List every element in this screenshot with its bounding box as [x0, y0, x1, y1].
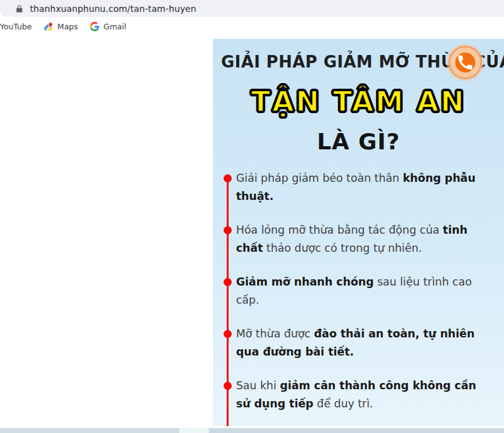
url-text[interactable]: thanhxuanphunu.com/tan-tam-huyen — [30, 4, 196, 14]
list-item: Mỡ thừa được đào thải an toàn, tự nhiên … — [224, 325, 492, 361]
google-g-icon — [90, 22, 99, 31]
bookmark-youtube[interactable]: YouTube — [0, 20, 32, 34]
bookmark-label: Maps — [57, 22, 78, 31]
bookmark-maps[interactable]: Maps — [44, 20, 78, 34]
bookmark-label: Gmail — [104, 22, 126, 31]
call-button[interactable] — [450, 47, 480, 77]
address-bar[interactable]: thanhxuanphunu.com/tan-tam-huyen — [0, 0, 504, 17]
google-maps-icon — [44, 22, 53, 31]
list-item: Sau khi giảm cân thành công không cần sử… — [224, 377, 492, 413]
list-item: Giải pháp giảm béo toàn thân không phẫu … — [224, 169, 492, 206]
bookmarks-bar: YouTube Maps — [0, 17, 504, 36]
phone-icon — [456, 53, 475, 72]
browser-window: thanhxuanphunu.com/tan-tam-huyen YouTube… — [0, 0, 504, 433]
benefit-list: Giải pháp giảm béo toàn thân không phẫu … — [224, 169, 492, 426]
list-item: Giảm mỡ nhanh chóng sau liệu trình cao c… — [224, 273, 492, 309]
lock-icon[interactable] — [15, 4, 24, 13]
section-heading-bottom: LÀ GÌ? — [213, 129, 504, 155]
list-item: Hóa lỏng mỡ thừa bằng tác động của tinh … — [224, 221, 492, 257]
next-section-edge-right — [209, 428, 504, 433]
next-section-edge-mid — [179, 428, 209, 433]
bookmark-gmail[interactable]: Gmail — [90, 20, 126, 34]
next-section-edge-left — [0, 428, 179, 433]
content-panel: GIẢI PHÁP GIẢM MỠ THỪA CỦA TẬN TÂM AN LÀ… — [213, 39, 504, 426]
bookmark-label: YouTube — [0, 22, 32, 31]
brand-name-heading: TẬN TÂM AN — [213, 85, 504, 119]
